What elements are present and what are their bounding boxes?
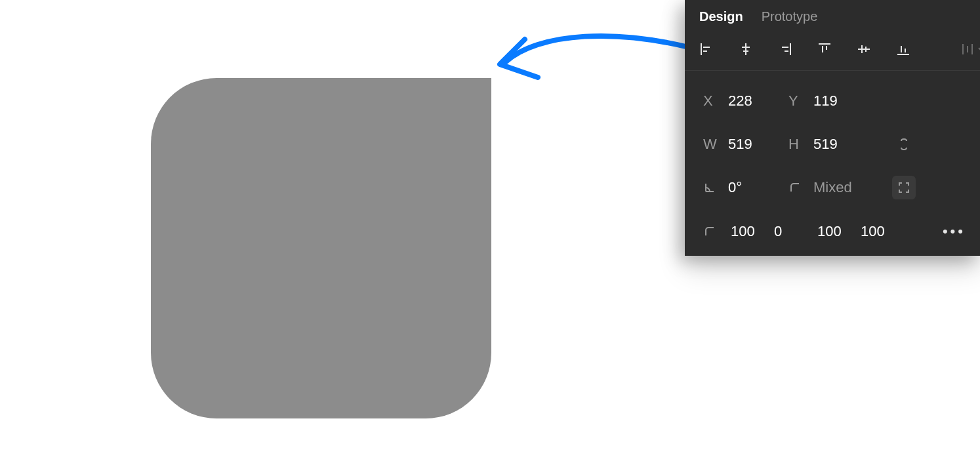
y-label: Y (788, 92, 813, 110)
transform-grid: X 228 Y 119 W 519 H 519 0° Mixed (685, 71, 980, 203)
align-vcenter-icon[interactable] (857, 40, 871, 58)
x-label: X (703, 92, 728, 110)
constrain-proportions-icon[interactable] (892, 132, 916, 156)
align-hcenter-icon[interactable] (739, 40, 753, 58)
w-label: W (703, 136, 728, 153)
tab-design[interactable]: Design (699, 9, 743, 24)
align-bottom-icon[interactable] (896, 40, 910, 58)
corner-bl-input[interactable]: 100 (861, 223, 889, 240)
position-spacer (892, 89, 916, 113)
tab-prototype[interactable]: Prototype (762, 9, 818, 24)
alignment-row (685, 36, 980, 71)
corner-tl-icon (703, 225, 716, 238)
align-left-icon[interactable] (699, 40, 714, 58)
rotation-input[interactable]: 0° (728, 179, 788, 196)
corner-more-icon[interactable]: ••• (943, 223, 966, 240)
corner-tr-input[interactable]: 0 (774, 223, 803, 240)
h-input[interactable]: 519 (813, 136, 892, 153)
properties-panel: Design Prototype X 228 (685, 0, 980, 256)
align-right-icon[interactable] (778, 40, 792, 58)
h-label: H (788, 136, 813, 153)
individual-corners-row: 100 0 100 100 ••• (685, 203, 980, 244)
align-top-icon[interactable] (817, 40, 832, 58)
independent-corners-icon[interactable] (892, 176, 916, 199)
canvas-rectangle[interactable] (151, 78, 491, 418)
x-input[interactable]: 228 (728, 92, 788, 110)
distribute-menu-icon[interactable] (960, 42, 980, 56)
corner-radius-icon (788, 181, 813, 194)
y-input[interactable]: 119 (813, 92, 892, 110)
w-input[interactable]: 519 (728, 136, 788, 153)
corner-br-input[interactable]: 100 (817, 223, 846, 240)
panel-tabs: Design Prototype (685, 0, 980, 36)
corner-radius-input[interactable]: Mixed (813, 179, 892, 196)
rotation-icon (703, 181, 728, 194)
corner-tl-input[interactable]: 100 (731, 223, 760, 240)
